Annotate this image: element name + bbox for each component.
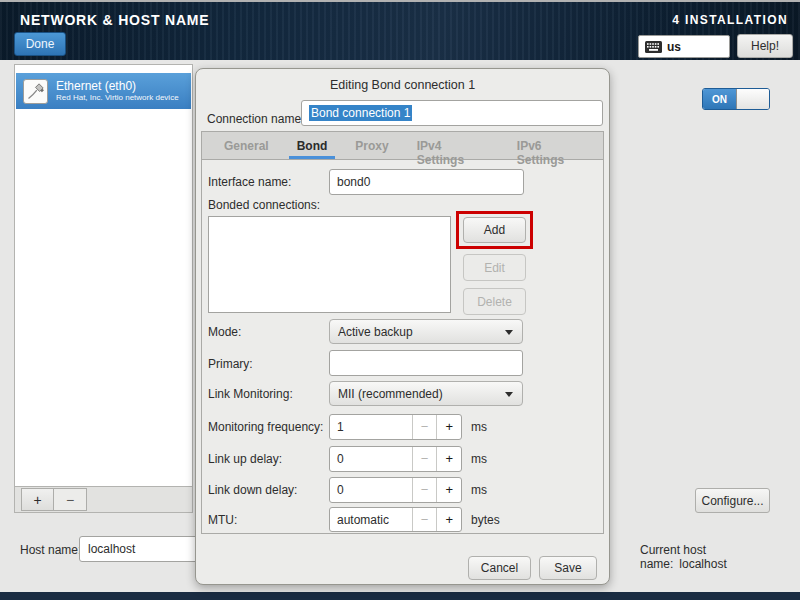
increment-button[interactable]: + xyxy=(436,478,461,502)
tab-ipv4-settings[interactable]: IPv4 Settings xyxy=(403,132,503,159)
installation-step-label: 4 INSTALLATION xyxy=(672,13,788,27)
device-name: Ethernet (eth0) xyxy=(56,79,179,93)
mtu-unit: bytes xyxy=(471,513,500,527)
keyboard-layout-label: us xyxy=(667,40,681,54)
interface-name-input[interactable]: bond0 xyxy=(329,169,524,195)
monitoring-frequency-spinner: 1 − + xyxy=(329,414,462,440)
mode-value: Active backup xyxy=(338,325,413,339)
mode-label: Mode: xyxy=(208,325,241,339)
connection-name-selected-text: Bond connection 1 xyxy=(309,105,412,121)
add-device-button[interactable]: + xyxy=(21,488,54,511)
delete-bonded-connection-button[interactable]: Delete xyxy=(463,288,526,315)
increment-button[interactable]: + xyxy=(436,508,461,531)
decrement-button[interactable]: − xyxy=(412,415,437,439)
edit-bond-dialog: Editing Bond connection 1 Connection nam… xyxy=(195,68,610,585)
connection-name-input[interactable]: Bond connection 1 xyxy=(301,100,603,126)
mtu-label: MTU: xyxy=(208,513,237,527)
device-list-panel: Ethernet (eth0) Red Hat, Inc. Virtio net… xyxy=(14,64,193,513)
tab-strip: General Bond Proxy IPv4 Settings IPv6 Se… xyxy=(202,132,603,160)
increment-button[interactable]: + xyxy=(436,415,461,439)
tab-general[interactable]: General xyxy=(210,132,283,159)
link-up-delay-unit: ms xyxy=(471,452,487,466)
link-down-delay-spinner: 0 − + xyxy=(329,477,462,503)
page-title: NETWORK & HOST NAME xyxy=(20,12,209,28)
decrement-button[interactable]: − xyxy=(412,478,437,502)
bottom-strip xyxy=(0,592,800,600)
connection-name-label: Connection name: xyxy=(207,112,304,126)
link-down-delay-label: Link down delay: xyxy=(208,483,297,497)
link-up-delay-value[interactable]: 0 xyxy=(330,447,412,471)
increment-button[interactable]: + xyxy=(436,447,461,471)
link-down-delay-unit: ms xyxy=(471,483,487,497)
current-hostname: Current host name:localhost xyxy=(640,543,800,571)
mtu-value[interactable]: automatic xyxy=(330,508,412,531)
configure-button[interactable]: Configure... xyxy=(695,488,770,513)
decrement-button[interactable]: − xyxy=(412,508,437,531)
edit-bonded-connection-button[interactable]: Edit xyxy=(463,254,526,281)
toggle-on-label: ON xyxy=(703,89,736,109)
help-button[interactable]: Help! xyxy=(737,34,793,58)
chevron-down-icon xyxy=(505,330,513,335)
current-hostname-value: localhost xyxy=(679,557,726,571)
interface-name-label: Interface name: xyxy=(208,175,291,189)
network-host-name-screen: NETWORK & HOST NAME 4 INSTALLATION Done … xyxy=(0,0,800,600)
hostname-label: Host name: xyxy=(20,543,81,557)
device-description: Red Hat, Inc. Virtio network device xyxy=(56,93,179,103)
mtu-spinner: automatic − + xyxy=(329,507,462,532)
tab-bond[interactable]: Bond xyxy=(283,132,342,159)
done-button[interactable]: Done xyxy=(14,32,66,56)
remove-device-button[interactable]: − xyxy=(54,488,87,511)
device-list-toolbar: + − xyxy=(15,486,192,512)
hostname-input[interactable]: localhost xyxy=(79,536,197,562)
link-up-delay-label: Link up delay: xyxy=(208,452,282,466)
primary-input[interactable] xyxy=(329,350,523,376)
mode-dropdown[interactable]: Active backup xyxy=(329,319,523,344)
ethernet-icon xyxy=(23,79,48,104)
primary-label: Primary: xyxy=(208,357,253,371)
dialog-title: Editing Bond connection 1 xyxy=(196,78,609,92)
save-button[interactable]: Save xyxy=(539,556,597,580)
link-monitoring-label: Link Monitoring: xyxy=(208,387,293,401)
keyboard-layout-indicator[interactable]: us xyxy=(638,35,730,58)
link-up-delay-spinner: 0 − + xyxy=(329,446,462,472)
keyboard-icon xyxy=(645,41,662,53)
network-on-off-toggle[interactable]: ON xyxy=(702,88,770,110)
link-monitoring-dropdown[interactable]: MII (recommended) xyxy=(329,381,523,406)
link-monitoring-value: MII (recommended) xyxy=(338,387,443,401)
toggle-knob xyxy=(736,89,769,109)
monitoring-frequency-label: Monitoring frequency: xyxy=(208,420,323,434)
tab-ipv6-settings[interactable]: IPv6 Settings xyxy=(503,132,603,159)
bonded-connections-list[interactable] xyxy=(208,216,451,313)
cancel-button[interactable]: Cancel xyxy=(468,556,531,580)
add-bonded-connection-button[interactable]: Add xyxy=(463,217,526,243)
bonded-connections-label: Bonded connections: xyxy=(208,198,320,212)
decrement-button[interactable]: − xyxy=(412,447,437,471)
monitoring-frequency-unit: ms xyxy=(471,420,487,434)
chevron-down-icon xyxy=(505,392,513,397)
header-bar: NETWORK & HOST NAME 4 INSTALLATION Done … xyxy=(0,0,800,60)
link-down-delay-value[interactable]: 0 xyxy=(330,478,412,502)
tab-proxy[interactable]: Proxy xyxy=(341,132,402,159)
monitoring-frequency-value[interactable]: 1 xyxy=(330,415,412,439)
device-list-item-eth0[interactable]: Ethernet (eth0) Red Hat, Inc. Virtio net… xyxy=(16,73,191,109)
